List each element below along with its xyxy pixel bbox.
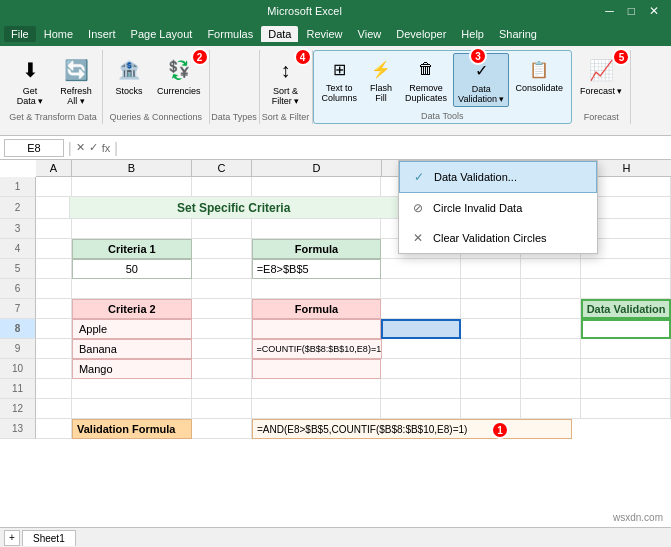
cell-b1[interactable] bbox=[72, 177, 192, 197]
cell-e5[interactable] bbox=[381, 259, 461, 279]
cell-a7[interactable] bbox=[36, 299, 72, 319]
cell-d1[interactable] bbox=[252, 177, 382, 197]
cell-e10[interactable] bbox=[381, 359, 461, 379]
cell-c10[interactable] bbox=[192, 359, 252, 379]
cell-a1[interactable] bbox=[36, 177, 72, 197]
cell-h7[interactable]: Data Validation bbox=[581, 299, 671, 319]
cell-a6[interactable] bbox=[36, 279, 72, 299]
cell-a11[interactable] bbox=[36, 379, 72, 399]
flash-fill-button[interactable]: ⚡ FlashFill bbox=[363, 53, 399, 107]
remove-duplicates-button[interactable]: 🗑 RemoveDuplicates bbox=[401, 53, 451, 107]
menu-home[interactable]: Home bbox=[37, 26, 80, 42]
cell-a4[interactable] bbox=[36, 239, 72, 259]
dropdown-item-data-validation[interactable]: ✓ Data Validation... bbox=[399, 161, 597, 193]
cell-b4[interactable]: Criteria 1 bbox=[72, 239, 192, 259]
cell-b8-apple[interactable]: Apple bbox=[72, 319, 192, 339]
cell-d11[interactable] bbox=[252, 379, 382, 399]
cell-g7[interactable] bbox=[521, 299, 581, 319]
cell-g8[interactable] bbox=[521, 319, 581, 339]
stocks-button[interactable]: 🏦 Stocks bbox=[107, 52, 151, 108]
menu-review[interactable]: Review bbox=[299, 26, 349, 42]
name-box[interactable]: E8 bbox=[4, 139, 64, 157]
cell-a2[interactable] bbox=[36, 197, 70, 219]
menu-developer[interactable]: Developer bbox=[389, 26, 453, 42]
cell-b9-banana[interactable]: Banana bbox=[72, 339, 192, 359]
dropdown-item-clear-validation[interactable]: ✕ Clear Validation Circles bbox=[399, 223, 597, 253]
cell-f6[interactable] bbox=[461, 279, 521, 299]
cell-h6[interactable] bbox=[581, 279, 671, 299]
cell-a8[interactable] bbox=[36, 319, 72, 339]
menu-sharing[interactable]: Sharing bbox=[492, 26, 544, 42]
cell-c4[interactable] bbox=[192, 239, 252, 259]
cell-g5[interactable] bbox=[521, 259, 581, 279]
cell-b2-merged[interactable]: Set Specific Criteria bbox=[70, 197, 399, 219]
dropdown-item-circle-invalid[interactable]: ⊘ Circle Invalid Data bbox=[399, 193, 597, 223]
cell-f12[interactable] bbox=[461, 399, 521, 419]
cell-h5[interactable] bbox=[581, 259, 671, 279]
cell-c8[interactable] bbox=[192, 319, 252, 339]
cell-d10[interactable] bbox=[252, 359, 382, 379]
cell-e12[interactable] bbox=[381, 399, 461, 419]
cell-e6[interactable] bbox=[381, 279, 461, 299]
add-sheet-button[interactable]: + bbox=[4, 530, 20, 546]
cell-f9[interactable] bbox=[461, 339, 521, 359]
cell-d6[interactable] bbox=[252, 279, 382, 299]
cell-g6[interactable] bbox=[521, 279, 581, 299]
cell-d12[interactable] bbox=[252, 399, 382, 419]
cell-c5[interactable] bbox=[192, 259, 252, 279]
cell-g12[interactable] bbox=[521, 399, 581, 419]
cell-d9[interactable]: =COUNTIF($B$8:$B$10,E8)=1 bbox=[252, 339, 382, 359]
cell-c13[interactable] bbox=[192, 419, 252, 439]
formula-input[interactable] bbox=[122, 142, 667, 154]
cell-b7[interactable]: Criteria 2 bbox=[72, 299, 192, 319]
cell-g11[interactable] bbox=[521, 379, 581, 399]
cell-h11[interactable] bbox=[581, 379, 671, 399]
cell-a10[interactable] bbox=[36, 359, 72, 379]
cell-c7[interactable] bbox=[192, 299, 252, 319]
cell-g10[interactable] bbox=[521, 359, 581, 379]
refresh-all-button[interactable]: 🔄 RefreshAll ▾ bbox=[54, 52, 98, 108]
cell-f7[interactable] bbox=[461, 299, 521, 319]
menu-insert[interactable]: Insert bbox=[81, 26, 123, 42]
get-data-button[interactable]: ⬇ GetData ▾ bbox=[8, 52, 52, 108]
cell-h12[interactable] bbox=[581, 399, 671, 419]
close-icon[interactable]: ✕ bbox=[645, 4, 663, 18]
cell-a3[interactable] bbox=[36, 219, 72, 239]
menu-page-layout[interactable]: Page Layout bbox=[124, 26, 200, 42]
cell-b6[interactable] bbox=[72, 279, 192, 299]
cell-h9[interactable] bbox=[581, 339, 671, 359]
cell-b10-mango[interactable]: Mango bbox=[72, 359, 192, 379]
outline-button[interactable]: ≡ Outline ▾ bbox=[8, 126, 52, 136]
menu-view[interactable]: View bbox=[351, 26, 389, 42]
cell-f10[interactable] bbox=[461, 359, 521, 379]
cell-h2[interactable] bbox=[586, 197, 671, 219]
cell-c6[interactable] bbox=[192, 279, 252, 299]
cell-e11[interactable] bbox=[381, 379, 461, 399]
cell-f8[interactable] bbox=[461, 319, 521, 339]
cell-a5[interactable] bbox=[36, 259, 72, 279]
cell-a13[interactable] bbox=[36, 419, 72, 439]
formula-confirm-icon[interactable]: ✓ bbox=[89, 141, 98, 154]
cell-a12[interactable] bbox=[36, 399, 72, 419]
sheet-tab-1[interactable]: Sheet1 bbox=[22, 530, 76, 546]
menu-data[interactable]: Data bbox=[261, 26, 298, 42]
cell-e9[interactable] bbox=[382, 339, 462, 359]
cell-d8[interactable] bbox=[252, 319, 382, 339]
cell-d13[interactable]: =AND(E8>$B$5,COUNTIF($B$8:$B$10,E8)=1) bbox=[252, 419, 572, 439]
cell-c1[interactable] bbox=[192, 177, 252, 197]
formula-cancel-icon[interactable]: ✕ bbox=[76, 141, 85, 154]
menu-help[interactable]: Help bbox=[454, 26, 491, 42]
formula-insert-icon[interactable]: fx bbox=[102, 142, 111, 154]
cell-b12[interactable] bbox=[72, 399, 192, 419]
cell-d7[interactable]: Formula bbox=[252, 299, 382, 319]
menu-file[interactable]: File bbox=[4, 26, 36, 42]
menu-formulas[interactable]: Formulas bbox=[200, 26, 260, 42]
cell-d4[interactable]: Formula bbox=[252, 239, 382, 259]
cell-b11[interactable] bbox=[72, 379, 192, 399]
maximize-icon[interactable]: □ bbox=[624, 4, 639, 18]
cell-f5[interactable] bbox=[461, 259, 521, 279]
cell-b5[interactable]: 50 bbox=[72, 259, 192, 279]
cell-c3[interactable] bbox=[192, 219, 252, 239]
cell-c11[interactable] bbox=[192, 379, 252, 399]
text-to-columns-button[interactable]: ⊞ Text toColumns bbox=[318, 53, 362, 107]
